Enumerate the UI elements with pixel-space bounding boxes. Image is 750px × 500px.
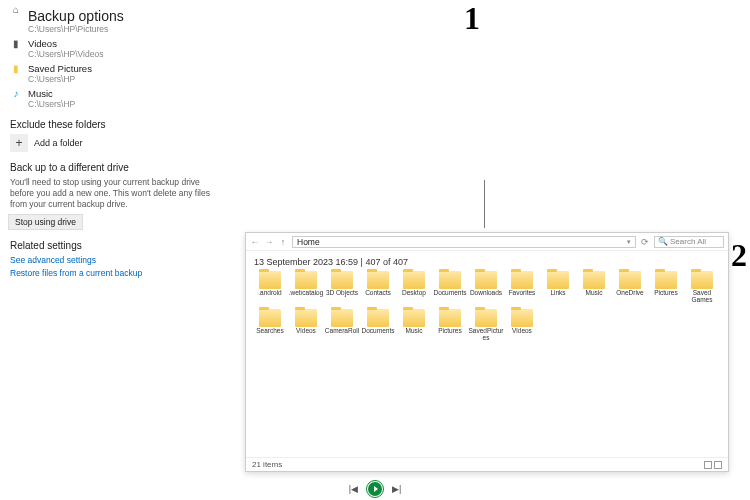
folder-label: Contacts — [360, 290, 396, 297]
folder-icon — [367, 271, 389, 289]
add-folder-button[interactable]: + Add a folder — [10, 134, 238, 152]
search-input[interactable]: 🔍 Search All — [654, 236, 724, 248]
folder-icon — [619, 271, 641, 289]
folder-item[interactable]: Favorites — [504, 271, 540, 303]
file-explorer-window: ← → ↑ Home ▾ ⟳ 🔍 Search All 13 September… — [245, 232, 729, 472]
folder-label: Searches — [252, 328, 288, 335]
folder-item[interactable]: Desktop — [396, 271, 432, 303]
status-bar: 21 items — [246, 457, 728, 471]
folder-path: C:\Users\HP — [28, 74, 92, 84]
folder-videos[interactable]: ▮ Videos C:\Users\HP\Videos — [10, 38, 238, 59]
restore-files-link[interactable]: Restore files from a current backup — [10, 268, 238, 278]
folder-music[interactable]: ♪ Music C:\Users\HP — [10, 88, 238, 109]
folder-item[interactable]: CameraRoll — [324, 309, 360, 341]
exclude-heading: Exclude these folders — [10, 119, 238, 130]
folder-label: Favorites — [504, 290, 540, 297]
related-heading: Related settings — [10, 240, 238, 251]
folder-icon — [511, 271, 533, 289]
folder-item[interactable]: 3D Objects — [324, 271, 360, 303]
folder-item[interactable]: SavedPictures — [468, 309, 504, 341]
header-row: ⌂ Backup options C:\Users\HP\Pictures — [10, 4, 238, 34]
videos-icon: ▮ — [10, 38, 22, 49]
folder-item[interactable]: Pictures — [648, 271, 684, 303]
search-icon: 🔍 — [658, 237, 668, 246]
folder-path: C:\Users\HP — [28, 99, 75, 109]
folder-icon: ▮ — [10, 63, 22, 74]
folder-item[interactable]: Music — [576, 271, 612, 303]
status-text: 21 items — [252, 460, 282, 469]
folder-item[interactable]: Links — [540, 271, 576, 303]
folder-icon — [583, 271, 605, 289]
folder-item[interactable]: Videos — [288, 309, 324, 341]
folder-item[interactable]: Documents — [432, 271, 468, 303]
folder-label: Pictures — [648, 290, 684, 297]
folder-label: Saved Games — [684, 290, 720, 303]
folder-item[interactable]: Videos — [504, 309, 540, 341]
stop-using-drive-button[interactable]: Stop using drive — [8, 214, 83, 230]
diff-drive-desc: You'll need to stop using your current b… — [10, 177, 220, 210]
address-bar[interactable]: Home ▾ — [292, 236, 636, 248]
annotation-marker-2: 2 — [731, 237, 747, 274]
plus-icon: + — [10, 134, 28, 152]
folder-label: 3D Objects — [324, 290, 360, 297]
folder-item[interactable]: Music — [396, 309, 432, 341]
folder-label: Documents — [432, 290, 468, 297]
folder-label: Pictures — [432, 328, 468, 335]
explorer-icon-grid: .android.webcatalog3D ObjectsContactsDes… — [246, 271, 728, 347]
folder-label: SavedPictures — [468, 328, 504, 341]
backup-settings-panel: ⌂ Backup options C:\Users\HP\Pictures ▮ … — [8, 0, 238, 278]
folder-icon — [475, 271, 497, 289]
folder-icon — [691, 271, 713, 289]
folder-icon — [295, 271, 317, 289]
folder-icon — [439, 309, 461, 327]
folder-icon — [295, 309, 317, 327]
nav-back-icon[interactable]: ← — [250, 237, 260, 247]
nav-up-icon[interactable]: ↑ — [278, 237, 288, 247]
folder-name: Videos — [28, 38, 103, 49]
folder-item[interactable]: Saved Games — [684, 271, 720, 303]
folder-path: C:\Users\HP\Pictures — [28, 24, 124, 34]
folder-item[interactable]: Searches — [252, 309, 288, 341]
slideshow-controls: |◀ ▶| — [0, 482, 750, 496]
folder-icon — [403, 271, 425, 289]
page-title: Backup options — [28, 8, 124, 24]
folder-icon — [331, 309, 353, 327]
folder-label: OneDrive — [612, 290, 648, 297]
play-button[interactable] — [368, 482, 382, 496]
prev-button[interactable]: |◀ — [349, 484, 358, 494]
refresh-icon[interactable]: ⟳ — [640, 237, 650, 247]
folder-item[interactable]: Documents — [360, 309, 396, 341]
folder-icon — [475, 309, 497, 327]
folder-label: Links — [540, 290, 576, 297]
folder-item[interactable]: OneDrive — [612, 271, 648, 303]
folder-label: Music — [396, 328, 432, 335]
folder-icon — [439, 271, 461, 289]
folder-path: C:\Users\HP\Videos — [28, 49, 103, 59]
music-icon: ♪ — [10, 88, 22, 99]
folder-saved-pictures[interactable]: ▮ Saved Pictures C:\Users\HP — [10, 63, 238, 84]
folder-icon — [655, 271, 677, 289]
next-button[interactable]: ▶| — [392, 484, 401, 494]
folder-item[interactable]: Downloads — [468, 271, 504, 303]
advanced-settings-link[interactable]: See advanced settings — [10, 255, 238, 265]
nav-fwd-icon[interactable]: → — [264, 237, 274, 247]
folder-item[interactable]: .webcatalog — [288, 271, 324, 303]
folder-item[interactable]: Pictures — [432, 309, 468, 341]
folder-item[interactable]: Contacts — [360, 271, 396, 303]
folder-name: Music — [28, 88, 75, 99]
folder-item[interactable]: .android — [252, 271, 288, 303]
search-placeholder: Search All — [670, 237, 706, 246]
folder-icon — [259, 309, 281, 327]
folder-label: Downloads — [468, 290, 504, 297]
folder-name: Saved Pictures — [28, 63, 92, 74]
folder-label: Music — [576, 290, 612, 297]
folder-icon — [259, 271, 281, 289]
chevron-down-icon[interactable]: ▾ — [627, 238, 631, 246]
view-toggle[interactable] — [704, 461, 722, 469]
folder-label: Videos — [288, 328, 324, 335]
address-text: Home — [297, 237, 320, 247]
folder-icon — [367, 309, 389, 327]
folder-icon — [511, 309, 533, 327]
folder-label: CameraRoll — [324, 328, 360, 335]
play-icon — [374, 486, 378, 492]
